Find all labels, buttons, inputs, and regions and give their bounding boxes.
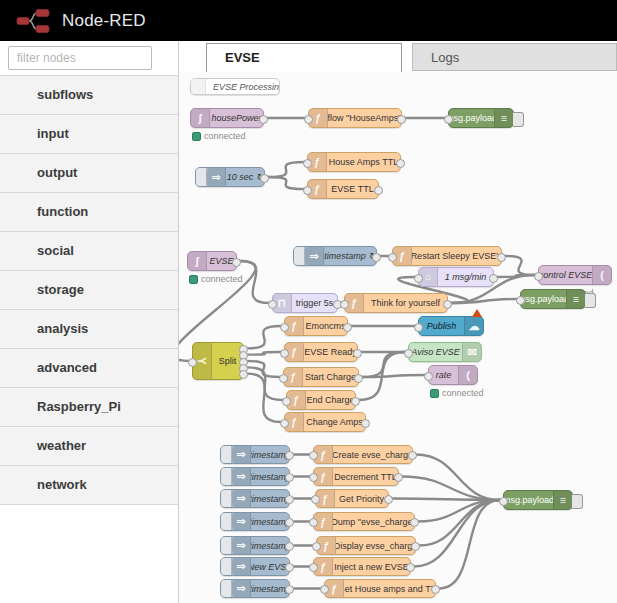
input-port[interactable]: [424, 372, 433, 381]
node-msg-payload[interactable]: msg.payload≡: [520, 289, 586, 309]
input-port[interactable]: [304, 115, 313, 124]
node-inject-a-new-evse[interactable]: ƒInject a new EVSE: [313, 557, 411, 576]
node-timestamp[interactable]: ⇒timestamp: [220, 489, 290, 508]
palette-category-analysis[interactable]: analysis: [0, 310, 178, 349]
input-port[interactable]: [303, 159, 312, 168]
input-port[interactable]: [516, 296, 525, 305]
input-port[interactable]: [309, 518, 318, 527]
node-msg-payload[interactable]: msg.payload≡: [503, 490, 573, 510]
palette-category-advanced[interactable]: advanced: [0, 349, 178, 388]
output-port[interactable]: [396, 159, 405, 168]
palette-category-social[interactable]: social: [0, 232, 178, 271]
output-port[interactable]: [285, 518, 294, 527]
node-timestamp[interactable]: ⇒timestamp ↻: [293, 246, 377, 266]
node-flow-houseamps[interactable]: ƒflow "HouseAmps": [308, 108, 402, 128]
node-evse-ttl[interactable]: ƒEVSE TTL: [307, 179, 379, 199]
input-port[interactable]: [499, 497, 508, 506]
node-aviso-evse[interactable]: Aviso EVSE✉: [408, 342, 482, 362]
input-port[interactable]: [309, 563, 318, 572]
node-housepower[interactable]: ʃhousePowerconnected: [190, 108, 264, 128]
inject-button[interactable]: [221, 446, 232, 463]
debug-toggle-tab[interactable]: [585, 293, 596, 308]
output-port[interactable]: [408, 451, 417, 460]
node-timestamp[interactable]: ⇒timestamp: [220, 467, 290, 486]
output-port[interactable]: [285, 451, 294, 460]
output-port[interactable]: [497, 253, 506, 262]
node-rate[interactable]: rate(connected: [428, 365, 478, 385]
output-port[interactable]: [285, 495, 294, 504]
debug-toggle-tab[interactable]: [572, 494, 583, 509]
palette-category-storage[interactable]: storage: [0, 271, 178, 310]
palette-category-input[interactable]: input: [0, 115, 178, 154]
node-evse-ready[interactable]: ƒEVSE Ready: [284, 342, 358, 362]
node-timestamp[interactable]: ⇒timestamp: [220, 536, 290, 555]
node-restart-sleepy-evse-s[interactable]: ƒRestart Sleepy EVSE's: [392, 246, 502, 266]
node-end-charge[interactable]: ƒEnd Charge: [286, 390, 356, 410]
node-evse[interactable]: ʃEVSEconnected: [187, 251, 237, 271]
output-port[interactable]: [384, 495, 393, 504]
node-timestamp[interactable]: ⇒timestamp: [220, 445, 290, 464]
output-port[interactable]: [411, 542, 420, 551]
input-port[interactable]: [312, 542, 321, 551]
inject-button[interactable]: [221, 580, 232, 597]
node-dump-evse-charge[interactable]: ƒDump "evse_charge": [313, 512, 415, 531]
node-change-amps[interactable]: ƒChange Amps: [284, 412, 366, 432]
input-port[interactable]: [280, 419, 289, 428]
node-decrement-ttl[interactable]: ƒDecrement TTL: [313, 467, 399, 486]
node-get-house-amps-and-ttl[interactable]: ƒGet House amps and TTL: [324, 579, 436, 598]
node-create-evse-charge[interactable]: ƒCreate evse_charge: [313, 445, 413, 464]
tab-logs[interactable]: Logs: [412, 43, 617, 71]
output-port[interactable]: [259, 115, 268, 124]
input-port[interactable]: [279, 374, 288, 383]
palette-category-raspberry-pi[interactable]: Raspberry_Pi: [0, 388, 178, 427]
input-port[interactable]: [268, 300, 277, 309]
node-10-sec[interactable]: ⇒10 sec ↻: [195, 167, 265, 187]
output-port[interactable]: [351, 397, 360, 406]
output-port[interactable]: [260, 174, 269, 183]
inject-button[interactable]: [221, 558, 232, 575]
output-port[interactable]: [285, 585, 294, 594]
output-port[interactable]: [410, 518, 419, 527]
inject-button[interactable]: [221, 537, 232, 554]
output-port[interactable]: [372, 253, 381, 262]
output-port[interactable]: [431, 585, 440, 594]
output-port[interactable]: [285, 563, 294, 572]
node-timestamp[interactable]: ⇒timestamp: [220, 512, 290, 531]
node-split[interactable]: YSplit: [192, 342, 244, 380]
output-port[interactable]: [361, 419, 370, 428]
node-new-evse[interactable]: ⇒New EVSE: [220, 557, 290, 576]
input-port[interactable]: [534, 272, 543, 281]
output-port[interactable]: [285, 473, 294, 482]
node-start-charge[interactable]: ƒStart Charge: [283, 367, 359, 387]
node-publish[interactable]: Publish☁: [418, 316, 484, 336]
input-port[interactable]: [309, 451, 318, 460]
node-1-msg-min[interactable]: ○1 msg/min: [418, 267, 494, 287]
input-port[interactable]: [280, 323, 289, 332]
node-evse-processing[interactable]: EVSE Processing: [190, 78, 280, 95]
input-port[interactable]: [282, 397, 291, 406]
palette-category-weather[interactable]: weather: [0, 427, 178, 466]
node-display-evse-charge[interactable]: ƒDisplay evse_charge: [316, 536, 416, 555]
palette-category-function[interactable]: function: [0, 193, 178, 232]
output-port[interactable]: [397, 115, 406, 124]
output-port[interactable]: [343, 323, 352, 332]
palette-category-output[interactable]: output: [0, 154, 178, 193]
input-port[interactable]: [320, 585, 329, 594]
output-port[interactable]: [443, 300, 452, 309]
output-port[interactable]: [489, 274, 498, 283]
inject-button[interactable]: [221, 468, 232, 485]
input-port[interactable]: [414, 274, 423, 283]
output-port[interactable]: [232, 258, 241, 267]
node-house-amps-ttl[interactable]: ƒHouse Amps TTL: [307, 152, 401, 172]
input-port[interactable]: [311, 495, 320, 504]
node-timestamp[interactable]: ⇒timestamp: [220, 579, 290, 598]
node-trigger-5s[interactable]: ⊓trigger 5s: [272, 293, 338, 313]
input-port[interactable]: [280, 349, 289, 358]
output-port[interactable]: [406, 563, 415, 572]
input-port[interactable]: [404, 349, 413, 358]
palette-category-subflows[interactable]: subflows: [0, 75, 178, 115]
input-port[interactable]: [414, 323, 423, 332]
input-port[interactable]: [340, 300, 349, 309]
node-msg-payload[interactable]: msg.payload≡: [448, 108, 514, 128]
filter-nodes-input[interactable]: [8, 46, 152, 70]
